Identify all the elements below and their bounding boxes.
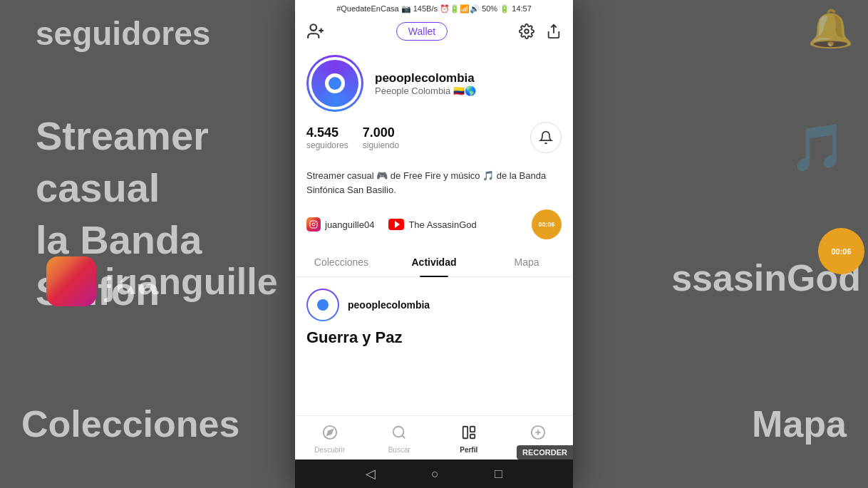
home-button[interactable]: ○ xyxy=(431,467,439,482)
recents-button[interactable]: □ xyxy=(495,467,502,482)
bg-mapa-text: Mapa xyxy=(752,403,847,445)
nav-buscar[interactable]: Buscar xyxy=(365,422,435,457)
youtube-icon xyxy=(388,219,404,230)
svg-marker-9 xyxy=(327,430,333,435)
grid-icon xyxy=(461,425,477,445)
following-stat: 7.000 siguiendo xyxy=(363,125,399,150)
activity-dot xyxy=(317,299,329,311)
profile-username: peooplecolombia xyxy=(375,71,562,85)
add-user-button[interactable] xyxy=(306,22,325,41)
flag-emojis: 🇨🇴🌎 xyxy=(453,85,476,96)
settings-button[interactable] xyxy=(519,24,534,39)
stats-row: 4.545 seguidores 7.000 siguiendo xyxy=(306,122,562,153)
instagram-link[interactable]: juanguille04 xyxy=(306,217,374,232)
bg-colecciones-text: Colecciones xyxy=(21,403,239,445)
following-count: 7.000 xyxy=(363,125,399,140)
background-left: seguidores Streamer casual la Banda Sinf… xyxy=(0,0,299,488)
yt-play-icon xyxy=(395,221,400,228)
youtube-handle: The AssasinGod xyxy=(408,219,476,230)
share-button[interactable] xyxy=(546,24,562,39)
phone-frame: #QuedateEnCasa 📷 145B/s ⏰🔋📶🔊 50% 🔋 14:57… xyxy=(295,0,573,488)
profile-header: peooplecolombia Peeople Colombia 🇨🇴🌎 xyxy=(306,55,562,112)
bg-ig-icon xyxy=(46,256,96,306)
status-bar: #QuedateEnCasa 📷 145B/s ⏰🔋📶🔊 50% 🔋 14:57 xyxy=(295,0,573,16)
following-label: siguiendo xyxy=(363,140,399,150)
nav-perfil[interactable]: Perfil xyxy=(434,422,504,457)
tab-colecciones[interactable]: Colecciones xyxy=(295,248,388,276)
avatar-dot-inner xyxy=(329,77,341,90)
svg-point-10 xyxy=(393,427,404,437)
share-icon xyxy=(546,24,562,39)
svg-line-11 xyxy=(403,435,405,438)
svg-point-7 xyxy=(316,222,316,223)
tab-actividad[interactable]: Actividad xyxy=(388,248,480,276)
notification-bell-button[interactable] xyxy=(530,122,562,153)
bio-text: Streamer casual 🎮 de Free Fire y músico … xyxy=(306,169,562,197)
activity-item: peooplecolombia xyxy=(306,289,562,321)
avatar-ring xyxy=(306,55,363,112)
followers-label: seguidores xyxy=(306,140,348,150)
youtube-link[interactable]: The AssasinGod xyxy=(388,219,476,230)
bg-ig-handle: juanguille xyxy=(105,260,278,303)
network-speed: 145B/s xyxy=(413,4,438,13)
activity-post-title: Guerra y Paz xyxy=(306,328,562,347)
background-right: 🔔 🎵 ssasinGod Mapa 00:06 xyxy=(569,0,868,488)
plus-icon xyxy=(530,425,546,445)
battery-text: 50% xyxy=(482,4,497,13)
bg-seguidores-text: seguidores xyxy=(36,14,210,53)
profile-section: peooplecolombia Peeople Colombia 🇨🇴🌎 4.5… xyxy=(295,46,573,162)
hashtag-text: #QuedateEnCasa xyxy=(336,4,398,13)
avatar-inner xyxy=(309,57,361,110)
svg-point-6 xyxy=(312,223,315,226)
display-name-text: Peeople Colombia xyxy=(375,85,450,96)
svg-rect-13 xyxy=(470,427,475,432)
wallet-button[interactable]: Wallet xyxy=(396,22,448,41)
bell-icon xyxy=(539,130,553,145)
bg-instagram-row: juanguille xyxy=(46,256,278,306)
recorder-badge: RECORDER xyxy=(517,445,573,460)
top-right-icons xyxy=(519,24,562,39)
social-links: juanguille04 The AssasinGod 00:06 xyxy=(295,204,573,248)
svg-rect-12 xyxy=(463,427,467,439)
svg-rect-5 xyxy=(310,221,317,228)
nav-descubrir[interactable]: Descubrir xyxy=(295,422,365,457)
search-icon xyxy=(391,425,407,445)
nav-buscar-label: Buscar xyxy=(388,446,410,454)
back-button[interactable]: ◁ xyxy=(366,466,376,482)
system-nav-bar: ◁ ○ □ xyxy=(295,460,573,488)
instagram-icon xyxy=(306,217,321,232)
bg-music-icon: 🎵 xyxy=(790,121,847,175)
activity-avatar xyxy=(306,289,339,321)
bio-section: Streamer casual 🎮 de Free Fire y músico … xyxy=(295,162,573,204)
avatar-circle xyxy=(311,60,358,107)
tab-mapa[interactable]: Mapa xyxy=(480,248,573,276)
tabs-bar: Colecciones Actividad Mapa xyxy=(295,248,573,277)
followers-count: 4.545 xyxy=(306,125,348,140)
avatar-container xyxy=(306,55,363,112)
bg-bell-icon: 🔔 xyxy=(807,7,854,51)
instagram-handle: juanguille04 xyxy=(325,219,374,230)
avatar-dot xyxy=(325,73,345,93)
live-timer: 00:06 xyxy=(532,209,562,239)
svg-point-3 xyxy=(525,29,529,33)
settings-icon xyxy=(519,24,534,39)
status-bar-text: #QuedateEnCasa 📷 145B/s ⏰🔋📶🔊 50% 🔋 14:57 xyxy=(336,4,532,14)
profile-info: peooplecolombia Peeople Colombia 🇨🇴🌎 xyxy=(375,71,562,96)
nav-descubrir-label: Descubrir xyxy=(314,446,345,454)
followers-stat: 4.545 seguidores xyxy=(306,125,348,150)
profile-display-name: Peeople Colombia 🇨🇴🌎 xyxy=(375,85,562,96)
content-area: peooplecolombia Guerra y Paz xyxy=(295,277,573,415)
svg-point-0 xyxy=(310,24,316,31)
activity-avatar-inner xyxy=(308,290,338,320)
add-user-icon xyxy=(306,22,325,41)
bg-timer: 00:06 xyxy=(818,228,864,274)
svg-rect-14 xyxy=(470,435,475,439)
activity-username: peooplecolombia xyxy=(348,299,430,311)
ig-svg xyxy=(309,220,318,229)
top-action-bar: Wallet xyxy=(295,16,573,46)
nav-perfil-label: Perfil xyxy=(460,446,477,454)
clock-text: 14:57 xyxy=(512,4,532,13)
compass-icon xyxy=(322,425,338,445)
